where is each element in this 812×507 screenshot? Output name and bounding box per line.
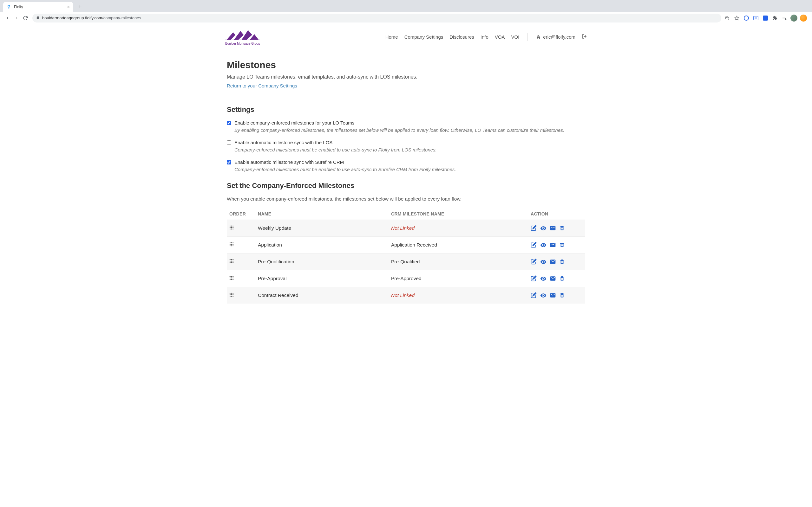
edit-icon[interactable]	[531, 242, 537, 248]
setting-checkbox-label[interactable]: Enable company-enforced milestones for y…	[227, 120, 585, 125]
setting-label: Enable automatic milestone sync with the…	[235, 140, 333, 145]
milestone-name: Pre-Approval	[258, 276, 287, 281]
nav-voi[interactable]: VOI	[511, 34, 519, 40]
email-icon[interactable]	[550, 275, 556, 282]
nav-disclosures[interactable]: Disclosures	[450, 34, 474, 40]
drag-handle-icon[interactable]	[229, 292, 234, 297]
logo-text: Boulder Mortgage Group	[225, 42, 260, 45]
drag-handle-icon[interactable]	[229, 225, 234, 230]
svg-point-45	[233, 262, 234, 263]
setting-checkbox-label[interactable]: Enable automatic milestone sync with the…	[227, 140, 585, 145]
edit-icon[interactable]	[531, 259, 537, 265]
setting-checkbox[interactable]	[227, 140, 231, 145]
svg-marker-14	[234, 31, 244, 40]
delete-icon[interactable]	[559, 225, 565, 231]
email-icon[interactable]	[550, 259, 556, 265]
svg-point-56	[231, 293, 232, 294]
drag-handle-icon[interactable]	[229, 276, 234, 280]
return-link[interactable]: Return to your Company Settings	[227, 83, 297, 89]
svg-point-57	[233, 293, 234, 294]
drag-handle-icon[interactable]	[229, 259, 234, 263]
preview-icon[interactable]	[540, 242, 547, 248]
extension-1-icon[interactable]	[743, 14, 750, 21]
svg-point-42	[233, 261, 234, 262]
svg-point-21	[233, 226, 234, 227]
email-icon[interactable]	[550, 225, 556, 231]
user-email-text: eric@floify.com	[543, 34, 575, 40]
preview-icon[interactable]	[540, 225, 547, 231]
page-subtitle: Manage LO Teams milestones, email templa…	[227, 74, 585, 80]
milestone-name: Contract Received	[258, 292, 299, 298]
setting-checkbox[interactable]	[227, 121, 231, 125]
col-crm-header: CRM MILESTONE NAME	[389, 208, 528, 220]
forward-button[interactable]	[12, 14, 21, 22]
svg-point-58	[230, 294, 231, 295]
row-actions	[531, 225, 583, 231]
milestone-name: Weekly Update	[258, 225, 291, 231]
svg-rect-8	[755, 17, 757, 19]
delete-icon[interactable]	[559, 275, 565, 282]
row-actions	[531, 242, 583, 248]
svg-point-46	[230, 276, 231, 277]
svg-point-54	[233, 279, 234, 280]
nav-company-settings[interactable]: Company Settings	[404, 34, 444, 40]
setting-label: Enable company-enforced milestones for y…	[235, 120, 354, 125]
extensions-puzzle-icon[interactable]	[771, 14, 778, 21]
extension-2-icon[interactable]	[752, 14, 759, 21]
crm-milestone-name: Application Received	[391, 242, 437, 247]
delete-icon[interactable]	[559, 242, 565, 248]
preview-icon[interactable]	[540, 275, 547, 282]
crm-milestone-name: Pre-Approved	[391, 276, 421, 281]
svg-point-52	[230, 279, 231, 280]
milestone-name: Application	[258, 242, 282, 247]
email-icon[interactable]	[550, 292, 556, 298]
milestones-table: ORDER NAME CRM MILESTONE NAME ACTION Wee…	[227, 208, 585, 303]
reload-button[interactable]	[21, 14, 30, 22]
svg-point-19	[230, 226, 231, 227]
nav-info[interactable]: Info	[480, 34, 489, 40]
divider	[227, 97, 585, 97]
edit-icon[interactable]	[531, 275, 537, 282]
logout-button[interactable]	[582, 34, 587, 40]
tab-title: Floify	[14, 5, 23, 9]
logo[interactable]: Boulder Mortgage Group	[225, 29, 260, 45]
col-name-header: NAME	[255, 208, 389, 220]
browser-actions	[724, 14, 809, 21]
setting-checkbox[interactable]	[227, 160, 231, 164]
delete-icon[interactable]	[559, 292, 565, 298]
bookmark-star-icon[interactable]	[733, 14, 740, 21]
user-menu[interactable]: eric@floify.com	[536, 34, 575, 40]
profile-avatar-icon[interactable]	[791, 14, 798, 21]
svg-point-26	[231, 228, 232, 229]
zoom-icon[interactable]	[724, 14, 731, 21]
svg-marker-12	[785, 18, 786, 20]
email-icon[interactable]	[550, 242, 556, 248]
preview-icon[interactable]	[540, 259, 547, 265]
new-tab-button[interactable]: +	[75, 3, 84, 11]
extension-4-icon[interactable]	[800, 14, 807, 21]
edit-icon[interactable]	[531, 292, 537, 298]
drag-handle-icon[interactable]	[229, 242, 234, 246]
extension-3-icon[interactable]	[762, 14, 769, 21]
row-actions	[531, 259, 583, 265]
nav-voa[interactable]: VOA	[495, 34, 505, 40]
setting-row: Enable company-enforced milestones for y…	[227, 120, 585, 133]
nav-home[interactable]: Home	[386, 34, 398, 40]
delete-icon[interactable]	[559, 259, 565, 265]
edit-icon[interactable]	[531, 225, 537, 231]
setting-description: Company-enforced milestones must be enab…	[235, 167, 585, 172]
page-title: Milestones	[227, 60, 585, 70]
setting-checkbox-label[interactable]: Enable automatic milestone sync with Sur…	[227, 159, 585, 165]
setting-label: Enable automatic milestone sync with Sur…	[235, 159, 344, 165]
svg-point-38	[231, 259, 232, 260]
close-tab-icon[interactable]: ×	[67, 4, 70, 9]
address-bar[interactable]: bouldermortgagegroup.floify.com/company-…	[32, 14, 721, 22]
preview-icon[interactable]	[540, 292, 547, 298]
svg-point-51	[233, 277, 234, 278]
browser-tab[interactable]: Floify ×	[3, 2, 73, 12]
row-actions	[531, 275, 583, 282]
logo-icon	[225, 29, 260, 41]
back-button[interactable]	[3, 14, 12, 22]
media-control-icon[interactable]	[781, 14, 788, 21]
svg-marker-6	[734, 16, 739, 20]
